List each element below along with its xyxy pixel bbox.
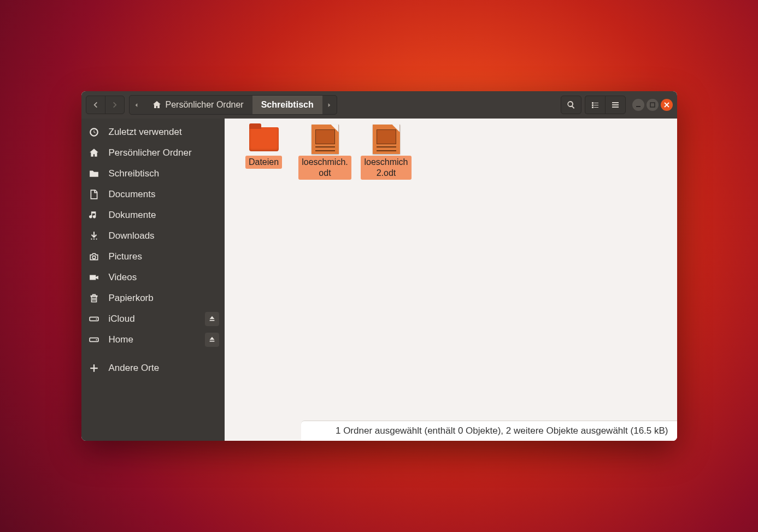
file-item-0[interactable]: Dateien: [236, 125, 292, 180]
close-icon: [664, 102, 669, 108]
maximize-icon: [650, 102, 655, 108]
eject-icon: [208, 336, 216, 344]
back-button[interactable]: [86, 96, 105, 114]
doc-icon: [89, 190, 99, 199]
sidebar-item-0[interactable]: Zuletzt verwendet: [81, 122, 225, 143]
view-menu-group: [585, 96, 626, 114]
sidebar-item-label: Downloads: [109, 230, 155, 241]
document-icon: [312, 125, 339, 154]
file-manager-window: Persönlicher Ordner Schreibtisch: [81, 91, 677, 441]
file-item-2[interactable]: loeschmich2.odt: [358, 125, 415, 180]
sidebar-item-4[interactable]: Dokumente: [81, 205, 225, 226]
plus-icon: [89, 363, 99, 373]
icon-grid[interactable]: Dateienloeschmich.odtloeschmich2.odt: [225, 119, 677, 421]
sidebar-item-label: Andere Orte: [109, 363, 160, 374]
hamburger-icon: [611, 101, 620, 109]
search-button[interactable]: [561, 96, 581, 114]
music-icon: [89, 210, 99, 220]
sidebar-item-label: Documents: [109, 189, 156, 200]
path-prev-button[interactable]: [130, 96, 144, 114]
window-controls: [632, 99, 673, 111]
trash-icon: [89, 293, 99, 303]
maximize-button[interactable]: [647, 99, 659, 111]
sidebar-item-10[interactable]: Home: [81, 329, 225, 350]
sidebar-item-7[interactable]: Videos: [81, 267, 225, 288]
sidebar-item-label: Home: [109, 334, 133, 345]
breadcrumb-home[interactable]: Persönlicher Ordner: [144, 96, 252, 114]
svg-point-4: [96, 239, 97, 240]
sidebar-item-2[interactable]: Schreibtisch: [81, 163, 225, 184]
sidebar-item-label: Schreibtisch: [109, 168, 160, 179]
minimize-button[interactable]: [632, 99, 644, 111]
sidebar-item-label: Dokumente: [109, 210, 156, 221]
breadcrumb-home-label: Persönlicher Ordner: [166, 100, 244, 110]
camera-icon: [89, 252, 99, 262]
path-next-button[interactable]: [322, 96, 337, 114]
file-label: loeschmich.odt: [298, 156, 351, 180]
home-icon: [89, 148, 99, 158]
drive-icon: [89, 314, 99, 324]
list-view-icon: [591, 101, 600, 109]
hamburger-menu-button[interactable]: [605, 96, 626, 114]
sidebar-item-8[interactable]: Papierkorb: [81, 288, 225, 309]
sidebar: Zuletzt verwendetPersönlicher OrdnerSchr…: [81, 119, 225, 441]
sidebar-item-3[interactable]: Documents: [81, 184, 225, 205]
breadcrumb: Persönlicher Ordner Schreibtisch: [129, 95, 337, 115]
sidebar-item-label: Zuletzt verwendet: [109, 127, 182, 138]
sidebar-item-label: iCloud: [109, 314, 135, 324]
download-icon: [89, 231, 99, 241]
svg-point-9: [96, 339, 97, 340]
sidebar-item-label: Papierkorb: [109, 293, 154, 304]
clock-icon: [89, 127, 99, 137]
sidebar-item-6[interactable]: Pictures: [81, 246, 225, 267]
sidebar-item-label: Pictures: [109, 251, 142, 262]
svg-rect-1: [650, 103, 655, 107]
forward-button[interactable]: [105, 96, 124, 114]
home-icon: [152, 101, 161, 109]
status-bar: 1 Ordner ausgewählt (enthält 0 Objekte),…: [301, 421, 677, 441]
view-toggle-button[interactable]: [585, 96, 605, 114]
file-label: Dateien: [245, 156, 282, 169]
minimize-icon: [636, 102, 641, 108]
svg-rect-0: [636, 106, 641, 107]
window-body: Zuletzt verwendetPersönlicher OrdnerSchr…: [81, 119, 677, 441]
titlebar: Persönlicher Ordner Schreibtisch: [81, 91, 677, 119]
close-button[interactable]: [661, 99, 673, 111]
video-icon: [89, 273, 99, 282]
breadcrumb-current[interactable]: Schreibtisch: [252, 96, 322, 114]
search-icon: [567, 101, 575, 109]
file-label: loeschmich2.odt: [361, 156, 411, 180]
sidebar-item-5[interactable]: Downloads: [81, 226, 225, 246]
svg-point-5: [92, 256, 96, 259]
svg-point-3: [93, 239, 94, 240]
svg-point-2: [91, 239, 92, 240]
sidebar-item-label: Persönlicher Ordner: [109, 147, 192, 158]
folder-icon: [89, 169, 99, 179]
sidebar-item-9[interactable]: iCloud: [81, 309, 225, 329]
sidebar-item-label: Videos: [109, 272, 137, 283]
document-icon: [373, 125, 400, 154]
eject-icon: [208, 315, 216, 323]
file-item-1[interactable]: loeschmich.odt: [297, 125, 354, 180]
eject-button[interactable]: [205, 312, 219, 326]
drive-icon: [89, 335, 99, 345]
content-area: Dateienloeschmich.odtloeschmich2.odt 1 O…: [225, 119, 677, 441]
folder-icon: [249, 127, 279, 151]
sidebar-item-11[interactable]: Andere Orte: [81, 358, 225, 379]
eject-button[interactable]: [205, 333, 219, 347]
breadcrumb-current-label: Schreibtisch: [261, 100, 314, 110]
nav-buttons: [86, 96, 125, 114]
sidebar-item-1[interactable]: Persönlicher Ordner: [81, 143, 225, 163]
svg-point-7: [96, 318, 97, 320]
